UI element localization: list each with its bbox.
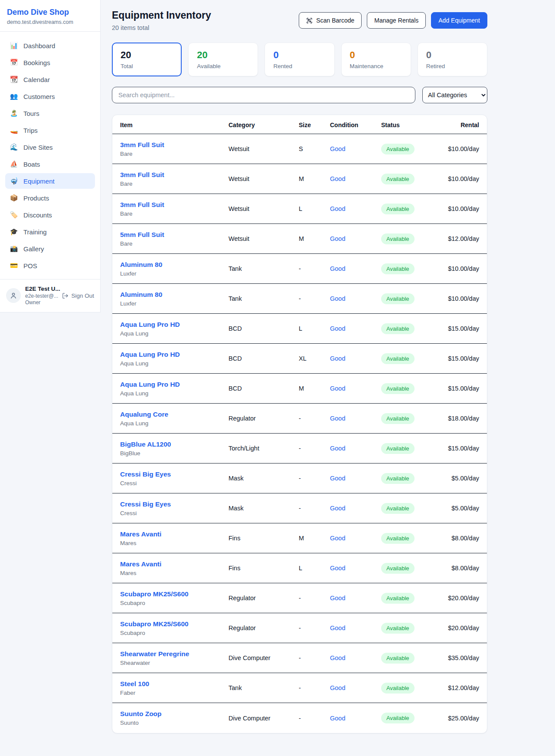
item-name-link[interactable]: Steel 100: [120, 680, 149, 688]
status-cell: Available: [381, 443, 446, 454]
status-badge: Available: [381, 323, 415, 334]
item-name-link[interactable]: Scubapro MK25/S600: [120, 590, 189, 598]
item-name-link[interactable]: Aluminum 80: [120, 291, 162, 299]
size-cell: -: [299, 625, 330, 631]
condition-link[interactable]: Good: [330, 325, 345, 332]
stat-card[interactable]: 20 Total: [112, 43, 182, 76]
sidebar-item[interactable]: 🏷️ Discounts: [5, 207, 95, 223]
condition-link[interactable]: Good: [330, 595, 345, 602]
stat-card[interactable]: 0 Retired: [418, 43, 487, 76]
item-name-link[interactable]: Cressi Big Eyes: [120, 500, 171, 508]
status-cell: Available: [381, 174, 446, 184]
item-name-link[interactable]: Aqua Lung Pro HD: [120, 381, 180, 388]
nav-item-label: Trips: [23, 127, 38, 134]
condition-link[interactable]: Good: [330, 415, 345, 422]
search-input[interactable]: [112, 87, 415, 103]
item-name-link[interactable]: BigBlue AL1200: [120, 440, 171, 448]
nav-item-icon: 🏷️: [10, 211, 18, 219]
sidebar-item[interactable]: 💳 POS: [5, 258, 95, 273]
add-equipment-button[interactable]: Add Equipment: [431, 12, 487, 29]
nav-item-label: Training: [23, 228, 47, 236]
sidebar-item[interactable]: 👥 Customers: [5, 89, 95, 104]
sidebar-item[interactable]: 📅 Bookings: [5, 55, 95, 70]
sidebar-nav: 📊 Dashboard 📅 Bookings 📆 Calendar 👥 Cust…: [0, 32, 100, 279]
condition-link[interactable]: Good: [330, 625, 345, 631]
sidebar-item[interactable]: 🌊 Dive Sites: [5, 139, 95, 155]
header-actions: Scan Barcode Manage Rentals Add Equipmen…: [299, 12, 487, 29]
category-cell: Wetsuit: [229, 145, 299, 152]
condition-link[interactable]: Good: [330, 684, 345, 691]
condition-link[interactable]: Good: [330, 235, 345, 242]
nav-item-label: Discounts: [23, 211, 52, 219]
nav-item-label: Equipment: [23, 177, 55, 185]
stat-card[interactable]: 0 Maintenance: [341, 43, 411, 76]
nav-item-label: Dashboard: [23, 42, 55, 49]
item-name-link[interactable]: 3mm Full Suit: [120, 171, 164, 179]
sidebar-item[interactable]: 🏝️ Tours: [5, 105, 95, 121]
category-cell: Torch/Light: [229, 445, 299, 452]
condition-link[interactable]: Good: [330, 145, 345, 152]
table-row: 3mm Full Suit Bare Wetsuit L Good Availa…: [112, 194, 487, 224]
status-badge: Available: [381, 293, 415, 304]
condition-link[interactable]: Good: [330, 295, 345, 302]
sidebar-item[interactable]: 🤿 Equipment: [5, 173, 95, 189]
sign-out-button[interactable]: Sign Out: [62, 293, 94, 299]
condition-cell: Good: [330, 265, 381, 272]
sidebar-item[interactable]: ⛵ Boats: [5, 156, 95, 172]
table-row: 5mm Full Suit Bare Wetsuit M Good Availa…: [112, 224, 487, 254]
item-name-link[interactable]: 3mm Full Suit: [120, 201, 164, 209]
condition-link[interactable]: Good: [330, 385, 345, 392]
status-badge: Available: [381, 174, 415, 184]
item-name-link[interactable]: Aluminum 80: [120, 261, 162, 269]
condition-link[interactable]: Good: [330, 565, 345, 572]
table-header-row: ItemCategorySizeConditionStatusRental: [112, 115, 487, 134]
stat-card[interactable]: 20 Available: [188, 43, 258, 76]
stat-card[interactable]: 0 Rented: [264, 43, 334, 76]
brand-title[interactable]: Demo Dive Shop: [7, 8, 93, 17]
item-name-link[interactable]: Suunto Zoop: [120, 710, 162, 718]
table-row: 3mm Full Suit Bare Wetsuit S Good Availa…: [112, 134, 487, 164]
condition-link[interactable]: Good: [330, 205, 345, 212]
status-cell: Available: [381, 623, 446, 634]
condition-cell: Good: [330, 505, 381, 512]
item-cell: Aqua Lung Pro HD Aqua Lung: [120, 351, 229, 367]
item-name-link[interactable]: Cressi Big Eyes: [120, 470, 171, 478]
condition-link[interactable]: Good: [330, 715, 345, 722]
status-cell: Available: [381, 683, 446, 694]
condition-link[interactable]: Good: [330, 445, 345, 452]
main-content: Equipment Inventory 20 items total Scan …: [101, 0, 555, 747]
scan-barcode-button[interactable]: Scan Barcode: [299, 12, 362, 29]
item-name-link[interactable]: 5mm Full Suit: [120, 231, 164, 239]
condition-link[interactable]: Good: [330, 175, 345, 182]
item-name-link[interactable]: Aqualung Core: [120, 411, 168, 418]
nav-item-icon: 📦: [10, 194, 18, 202]
item-name-link[interactable]: Aqua Lung Pro HD: [120, 321, 180, 329]
item-name-link[interactable]: Shearwater Peregrine: [120, 650, 189, 658]
item-brand: Aqua Lung: [120, 420, 229, 427]
sidebar-item[interactable]: 📦 Products: [5, 190, 95, 206]
sidebar-item[interactable]: 📸 Gallery: [5, 241, 95, 256]
item-name-link[interactable]: Aqua Lung Pro HD: [120, 351, 180, 358]
category-cell: Fins: [229, 535, 299, 542]
stat-cards: 20 Total 20 Available 0 Rented 0 Mainten…: [112, 43, 487, 76]
manage-rentals-button[interactable]: Manage Rentals: [367, 12, 426, 29]
item-name-link[interactable]: Mares Avanti: [120, 530, 161, 538]
condition-link[interactable]: Good: [330, 265, 345, 272]
condition-link[interactable]: Good: [330, 505, 345, 512]
condition-link[interactable]: Good: [330, 475, 345, 482]
item-name-link[interactable]: Scubapro MK25/S600: [120, 620, 189, 628]
sidebar-item[interactable]: 📆 Calendar: [5, 72, 95, 87]
condition-link[interactable]: Good: [330, 654, 345, 661]
status-cell: Available: [381, 323, 446, 334]
category-select[interactable]: All Categories: [422, 87, 487, 103]
item-name-link[interactable]: 3mm Full Suit: [120, 141, 164, 149]
condition-link[interactable]: Good: [330, 355, 345, 362]
stat-label: Total: [121, 63, 173, 69]
sidebar-item[interactable]: 🎓 Training: [5, 224, 95, 240]
sidebar-item[interactable]: 📊 Dashboard: [5, 38, 95, 53]
condition-link[interactable]: Good: [330, 535, 345, 542]
table-row: Cressi Big Eyes Cressi Mask - Good Avail…: [112, 493, 487, 523]
table-body: 3mm Full Suit Bare Wetsuit S Good Availa…: [112, 134, 487, 733]
item-name-link[interactable]: Mares Avanti: [120, 560, 161, 568]
sidebar-item[interactable]: 🚤 Trips: [5, 122, 95, 138]
